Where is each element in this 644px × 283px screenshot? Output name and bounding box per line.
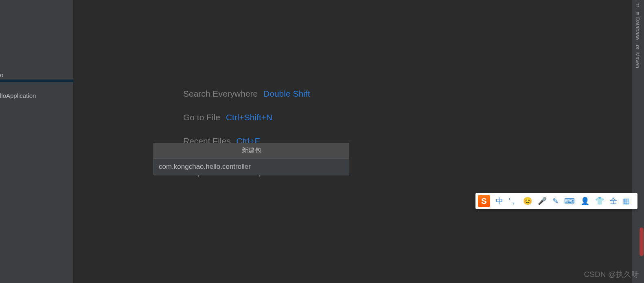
popup-title: 新建包 <box>154 143 349 159</box>
hint-label: Search Everywhere <box>183 89 258 98</box>
ime-skin-icon[interactable]: 👕 <box>595 197 604 206</box>
hint-shortcut: Ctrl+Shift+N <box>226 113 272 122</box>
database-icon: ≡ <box>635 12 641 15</box>
package-name-input[interactable] <box>154 159 349 175</box>
ime-punct-toggle[interactable]: '， <box>509 196 517 206</box>
ime-fullhalf-toggle[interactable]: 全 <box>610 196 617 206</box>
ime-menu-icon[interactable]: ▦ <box>623 197 630 206</box>
ime-user-icon[interactable]: 👤 <box>580 197 589 206</box>
hint-search-everywhere: Search Everywhere Double Shift <box>183 89 310 99</box>
ime-lang-toggle[interactable]: 中 <box>496 196 503 206</box>
right-tab-maven[interactable]: m Maven <box>632 42 643 71</box>
editor-area: Search Everywhere Double Shift Go to Fil… <box>73 0 632 283</box>
tree-item[interactable]: o <box>0 70 73 80</box>
right-tab-partial[interactable]: nt <box>632 0 643 9</box>
hint-goto-file: Go to File Ctrl+Shift+N <box>183 113 310 122</box>
hint-label: Go to File <box>183 113 220 122</box>
tab-label: Maven <box>635 52 641 68</box>
tree-item[interactable]: lloApplication <box>0 91 73 100</box>
right-tab-database[interactable]: ≡ Database <box>632 9 643 42</box>
hint-shortcut: Double Shift <box>263 89 310 98</box>
tab-label: Database <box>635 17 641 40</box>
csdn-watermark: CSDN @执久呀 <box>584 269 639 280</box>
scrollbar-thumb[interactable] <box>640 228 644 256</box>
ime-voice-icon[interactable]: 🎤 <box>538 197 547 206</box>
maven-icon: m <box>635 45 641 50</box>
ime-toolbar[interactable]: S 中 '， 😊 🎤 ✎ ⌨ 👤 👕 全 ▦ <box>475 193 637 209</box>
ime-keyboard-icon[interactable]: ⌨ <box>564 197 575 206</box>
project-sidebar[interactable]: o lloApplication <box>0 0 73 283</box>
new-package-popup: 新建包 <box>153 143 349 175</box>
sogou-logo-icon[interactable]: S <box>478 195 490 207</box>
ime-emoji-icon[interactable]: 😊 <box>523 197 532 206</box>
tab-label: nt <box>635 2 641 7</box>
ime-handwrite-icon[interactable]: ✎ <box>552 197 559 206</box>
